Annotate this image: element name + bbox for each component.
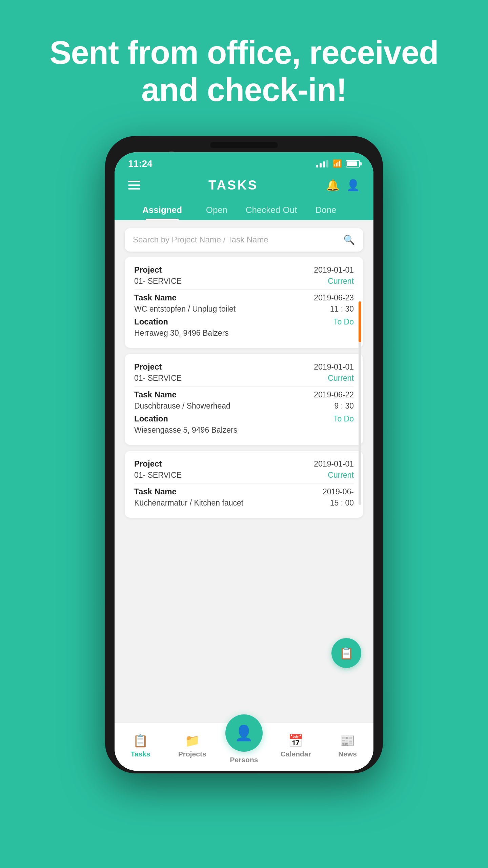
tasks-nav-icon: 📋 bbox=[133, 734, 148, 748]
persons-nav-icon: 👤 bbox=[235, 724, 253, 742]
project-status: Current bbox=[328, 374, 354, 383]
persons-nav-label: Persons bbox=[230, 756, 258, 764]
project-name: 01- SERVICE bbox=[134, 277, 182, 286]
task-date: 2019-06-22 bbox=[314, 390, 354, 399]
task-card[interactable]: Project 2019-01-01 01- SERVICE Current T… bbox=[125, 257, 363, 348]
task-date: 2019-06- bbox=[323, 487, 354, 496]
tab-checkedout[interactable]: Checked Out bbox=[244, 199, 299, 220]
task-name-label: Task Name bbox=[134, 293, 177, 302]
project-status: Current bbox=[328, 277, 354, 286]
app-header: TASKS 🔔 👤 Assigned Open Checked Out bbox=[115, 173, 373, 220]
projects-nav-label: Projects bbox=[178, 750, 206, 758]
signal-icon bbox=[316, 160, 328, 167]
status-bar: 11:24 📶 bbox=[115, 152, 373, 173]
tabs-container: Assigned Open Checked Out Done bbox=[128, 199, 360, 220]
location-label: Location bbox=[134, 317, 168, 327]
location-label: Location bbox=[134, 414, 168, 423]
task-time: 11 : 30 bbox=[330, 304, 354, 314]
nav-item-tasks[interactable]: 📋 Tasks bbox=[115, 734, 166, 758]
project-label: Project bbox=[134, 265, 162, 275]
scroll-thumb bbox=[359, 301, 361, 342]
task-name: Küchenarmatur / Kitchen faucet bbox=[134, 498, 243, 508]
task-card[interactable]: Project 2019-01-01 01- SERVICE Current T… bbox=[125, 354, 363, 445]
nav-item-calendar[interactable]: 📅 Calendar bbox=[270, 734, 322, 758]
tab-assigned[interactable]: Assigned bbox=[135, 199, 189, 220]
project-label: Project bbox=[134, 459, 162, 469]
search-bar[interactable]: Search by Project Name / Task Name 🔍 bbox=[125, 228, 363, 252]
location-value: Wiesengasse 5, 9496 Balzers bbox=[134, 426, 237, 435]
calendar-nav-icon: 📅 bbox=[288, 734, 303, 748]
notification-icon[interactable]: 🔔 bbox=[326, 179, 340, 192]
status-icons: 📶 bbox=[316, 159, 360, 168]
task-name-label: Task Name bbox=[134, 390, 177, 399]
task-time: 15 : 00 bbox=[330, 498, 354, 508]
tasks-nav-label: Tasks bbox=[130, 750, 150, 758]
project-label: Project bbox=[134, 362, 162, 372]
phone-notch bbox=[210, 142, 278, 148]
tab-open[interactable]: Open bbox=[189, 199, 244, 220]
search-icon[interactable]: 🔍 bbox=[343, 234, 355, 245]
profile-icon[interactable]: 👤 bbox=[346, 179, 360, 192]
project-date: 2019-01-01 bbox=[314, 362, 354, 372]
nav-item-news[interactable]: 📰 News bbox=[322, 734, 373, 758]
scroll-track bbox=[359, 301, 361, 505]
persons-center-button[interactable]: 👤 bbox=[225, 714, 263, 752]
location-status: To Do bbox=[333, 414, 354, 423]
app-title: TASKS bbox=[208, 178, 258, 193]
projects-nav-icon: 📁 bbox=[185, 734, 200, 748]
task-name-label: Task Name bbox=[134, 487, 177, 496]
project-name: 01- SERVICE bbox=[134, 374, 182, 383]
news-nav-icon: 📰 bbox=[340, 734, 355, 748]
project-status: Current bbox=[328, 471, 354, 480]
header-action-icons: 🔔 👤 bbox=[326, 179, 360, 192]
status-time: 11:24 bbox=[128, 158, 152, 169]
task-time: 9 : 30 bbox=[334, 401, 354, 411]
hero-title: Sent from office, received and check-in! bbox=[0, 34, 488, 109]
content-area: Search by Project Name / Task Name 🔍 Pro… bbox=[115, 220, 373, 722]
calendar-nav-label: Calendar bbox=[281, 750, 311, 758]
project-date: 2019-01-01 bbox=[314, 265, 354, 275]
location-status: To Do bbox=[333, 317, 354, 327]
fab-button[interactable]: 📋 bbox=[331, 638, 361, 668]
location-value: Herraweg 30, 9496 Balzers bbox=[134, 329, 229, 338]
fab-icon: 📋 bbox=[339, 646, 353, 660]
phone-screen: 11:24 📶 bbox=[115, 152, 373, 771]
news-nav-label: News bbox=[338, 750, 357, 758]
nav-item-projects[interactable]: 📁 Projects bbox=[166, 734, 218, 758]
battery-icon bbox=[346, 160, 360, 167]
menu-button[interactable] bbox=[128, 181, 140, 190]
project-name: 01- SERVICE bbox=[134, 471, 182, 480]
wifi-icon: 📶 bbox=[332, 159, 342, 168]
nav-item-persons[interactable]: 👤 Persons bbox=[218, 728, 270, 764]
task-card[interactable]: Project 2019-01-01 01- SERVICE Current T… bbox=[125, 451, 363, 518]
phone-mockup: 11:24 📶 bbox=[105, 136, 383, 780]
project-date: 2019-01-01 bbox=[314, 459, 354, 469]
search-input[interactable]: Search by Project Name / Task Name bbox=[133, 235, 343, 244]
task-name: WC entstopfen / Unplug toilet bbox=[134, 304, 236, 314]
task-date: 2019-06-23 bbox=[314, 293, 354, 302]
bottom-navigation: 📋 Tasks 📁 Projects 👤 Persons 📅 Calendar … bbox=[115, 722, 373, 771]
task-name: Duschbrause / Showerhead bbox=[134, 401, 230, 411]
tab-done[interactable]: Done bbox=[299, 199, 353, 220]
